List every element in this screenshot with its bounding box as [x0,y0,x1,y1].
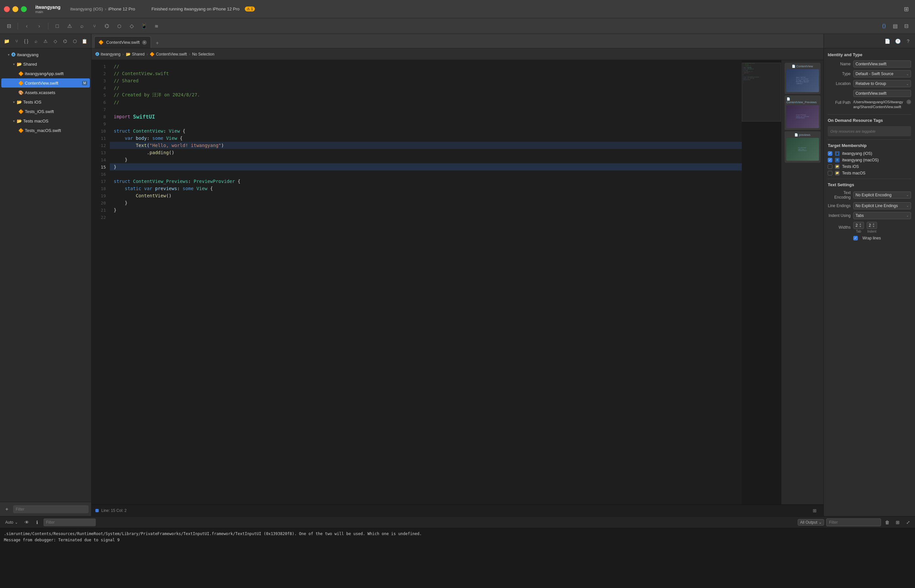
line-endings-input[interactable]: No Explicit Line Endings ⌄ [853,202,911,209]
auto-dropdown[interactable]: Auto ⌄ [3,519,21,526]
expand-bottom-button[interactable]: ⤢ [904,518,912,527]
target-tests-ios-checkbox[interactable] [828,164,833,169]
minimize-button[interactable] [13,6,18,12]
location-label: Location [828,81,850,86]
title-breadcrumb: itwangyang (iOS) › iPhone 12 Pro [70,6,135,11]
add-button[interactable]: + [3,505,11,514]
sidebar-toggle-button[interactable]: ⊟ [4,21,14,31]
output-line-2: Message from debugger: Terminated due to… [4,537,911,543]
history-button[interactable]: 🕐 [894,37,902,45]
code-line-17: struct ContentView_Previews: PreviewProv… [110,178,742,185]
bc-project[interactable]: 🅐 itwangyang [95,52,121,57]
canvas-button[interactable]: ▤ [890,21,900,31]
target-tests-ios-label: Tests iOS [842,164,859,169]
trash-button[interactable]: 🗑 [883,518,891,527]
sidebar-item-project[interactable]: ▾ 🅐 itwangyang [1,50,90,59]
tab-stepper-arrows[interactable]: ▲ ▼ [859,223,862,228]
debug-nav-button[interactable]: ⌬ [61,37,69,45]
sidebar-item-tests-macos-folder[interactable]: ▾ 📂 Tests macOS [1,116,90,126]
code-line-20: } [110,199,742,207]
fullscreen-button[interactable] [21,6,27,12]
test-nav-button[interactable]: ◇ [51,37,60,45]
sidebar-item-tests-ios-folder[interactable]: ▾ 📂 Tests iOS [1,97,90,107]
swift-icon-3: 🔶 [18,109,24,114]
ln-20: 20 [92,199,110,207]
text-encoding-input[interactable]: No Explicit Encoding ⌄ [853,191,911,199]
breakpoint-nav-button[interactable]: ⬡ [71,37,79,45]
sidebar-filter-input[interactable] [13,506,89,513]
toolbar: ⊟ ‹ › □ ⚠ ⌕ ⑂ ⌬ ⬡ ◇ 📱 ≋ ⟨⟩ ▤ ⊟ [0,18,915,34]
device-button[interactable]: 📱 [139,21,149,31]
sidebar-item-shared[interactable]: ▾ 📂 Shared [1,60,90,69]
wrap-lines-checkbox[interactable]: ✓ [853,236,858,241]
file-navigator-button[interactable]: 📁 [3,37,11,45]
code-editor[interactable]: 1 2 3 4 5 6 7 8 9 10 11 12 13 14 15 16 1 [92,60,781,504]
inspector-toggle-button[interactable]: ⊟ [901,21,911,31]
issue-nav-button[interactable]: ⚠ [42,37,50,45]
target-tests-macos-checkbox[interactable] [828,171,833,175]
debug-button[interactable]: ⌬ [102,21,112,31]
ln-12: 12 [92,142,110,149]
source-control-button[interactable]: ⑂ [89,21,99,31]
tab-close-button[interactable]: ✕ [142,40,147,45]
breakpoints-button[interactable]: ⬡ [115,21,124,31]
nav-forward-button[interactable]: › [34,21,44,31]
bottom-eye-button[interactable]: 👁 [23,518,31,527]
type-input[interactable]: Default - Swift Source ⌄ [853,70,911,78]
nav-back-button[interactable]: ‹ [22,21,32,31]
layout-toggle-button[interactable]: ⊞ [901,4,911,14]
quick-help-button[interactable]: ? [904,37,912,45]
preview-label-contentview: 📄 ContentView [792,65,813,68]
ln-17: 17 [92,178,110,185]
sidebar-item-assets[interactable]: 🎨 Assets.xcassets [1,88,90,97]
target-ios-checkbox[interactable]: ✓ [828,151,833,156]
section-identity-title: Identity and Type [828,52,911,57]
location-input[interactable]: Relative to Group ⌄ [853,80,911,87]
profile-button[interactable]: ≋ [152,21,162,31]
indent-stepper[interactable]: 2 ▲ ▼ [867,222,878,229]
bottom-right-controls: All Output ⌄ 🗑 ⊞ ⤢ [798,518,912,527]
bc-shared[interactable]: 📂 Shared [126,52,145,57]
issue-navigator-button[interactable]: ⚠ [65,21,74,31]
tab-contentview[interactable]: 🔶 ContentView.swift ✕ [94,36,151,48]
bottom-filter-input-left[interactable] [44,519,96,526]
close-button[interactable] [4,6,10,12]
split-view-button[interactable]: ⊞ [894,518,902,527]
location-filename-input[interactable]: ContentView.swift [853,90,911,97]
sidebar-item-tests-ios-swift[interactable]: 🔶 Tests_iOS.swift [1,107,90,116]
bottom-info-button[interactable]: ℹ [33,518,42,527]
find-nav-button[interactable]: ⌕ [32,37,40,45]
right-panel-toolbar: 📄 🕐 ? [824,34,915,48]
file-inspector-button[interactable]: 📄 [883,37,891,45]
preview-canvas-contentview: import SwiftUI struct ContentView var bo… [786,69,819,92]
bottom-filter-input-right[interactable] [826,519,881,526]
target-ios-icon: 📱 [835,151,839,156]
ln-4: 4 [92,84,110,92]
target-macos-checkbox[interactable]: ✓ [828,158,833,162]
preview-previews-provider: 📄 previews var previews some View { Cont… [785,131,821,163]
path-edit-button[interactable]: → [907,100,911,104]
bc-contentview[interactable]: 🔶 ContentView.swift [150,52,187,57]
code-content[interactable]: // // ContentView.swift // Shared // // … [110,60,742,504]
code-line-5: // Created by 汪洋 on 2024/8/27. [110,92,742,99]
add-tab-button[interactable]: + [152,38,162,48]
indent-input[interactable]: Tabs ⌄ [853,212,911,219]
test-button[interactable]: ◇ [127,21,137,31]
target-macos-row: ✓ 🖥 itwangyang (macOS) [828,158,911,162]
report-nav-button[interactable]: 📋 [80,37,89,45]
sidebar-item-app-swift[interactable]: 🔶 itwangyangApp.swift [1,69,90,78]
output-select[interactable]: All Output ⌄ [798,519,824,526]
name-input[interactable]: ContentView.swift [853,60,911,68]
ln-5: 5 [92,92,110,99]
source-editor-button[interactable]: ⟨⟩ [879,21,889,31]
search-button[interactable]: ⌕ [77,21,87,31]
symbol-nav-button[interactable]: { } [22,37,31,45]
add-file-button[interactable]: □ [52,21,62,31]
indent-stepper-arrows[interactable]: ▲ ▼ [872,223,875,228]
sidebar-item-contentview[interactable]: 🔶 ContentView.swift M [1,78,90,87]
source-control-nav-button[interactable]: ⑂ [13,37,21,45]
sidebar-item-tests-macos-swift[interactable]: 🔶 Tests_macOS.swift [1,126,90,135]
tab-stepper[interactable]: 2 ▲ ▼ [853,222,864,229]
expand-editor-button[interactable]: ⊞ [810,506,820,515]
line-endings-dropdown-arrow: ⌄ [906,204,909,207]
